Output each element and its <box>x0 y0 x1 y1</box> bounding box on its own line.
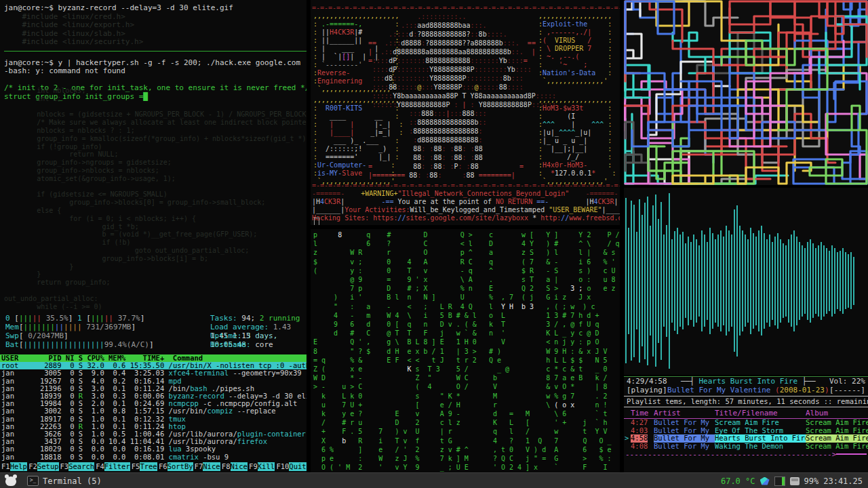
terminal-cursor <box>314 218 319 225</box>
window-cmatrix[interactable]: p 8 q # D Q > c w [ Y ] Y 2 P /l 6 ? C <… <box>311 229 620 472</box>
taskbar-window-label: Terminal (5) <box>43 476 102 486</box>
playlist-column-header[interactable]: Album <box>806 409 828 418</box>
fnkey-setup[interactable]: Setup <box>37 462 59 471</box>
taskbar: >_ Terminal (5) 67.0 °C 99% 23:41.25 <box>0 472 868 488</box>
track-date: 2008-01-23 <box>780 386 825 394</box>
player-state: [playing] <box>627 386 667 394</box>
window-music-player[interactable]: 4:29/4:58 ──┤ Hearts Burst Into Fire ├──… <box>624 376 868 473</box>
list-item[interactable]: 4:27Bullet For MyScream Aim FireScream A… <box>624 419 868 427</box>
track-elapsed-total: 4:29/4:58 <box>627 377 667 386</box>
fnkey-label: F1 <box>0 462 10 471</box>
fnkey-help[interactable]: Help <box>10 462 28 471</box>
table-row[interactable]: jan 18818 0 S 0.0 0.0 0:08.01 cmatrix -b… <box>0 453 307 461</box>
fnkey-label: F10 <box>275 462 289 471</box>
touchpad-icon[interactable] <box>790 477 800 485</box>
track-artist-wrap: Bullet For My Valentine (2008-01-23) <box>667 386 829 394</box>
track-title: Hearts Burst Into Fire <box>698 377 797 386</box>
title-deco-right: ├── <box>797 377 816 386</box>
fnkey-label: F2 <box>27 462 37 471</box>
player-status-line2: [playing] Bullet For My Valentine (2008-… <box>624 386 868 394</box>
player-status-line1: 4:29/4:58 ──┤ Hearts Burst Into Fire ├──… <box>624 377 868 386</box>
desktop: jan@core:~$ byzanz-record --delay=3 -d 3… <box>0 0 868 488</box>
htop-meter-line: Mem[||||||||||||| 731/3697MB]Load averag… <box>0 323 307 331</box>
taskbar-window-button[interactable]: >_ Terminal (5) <box>23 475 106 487</box>
fnkey-label: F3 <box>59 462 69 471</box>
playlist-column-header[interactable]: Artist <box>654 409 681 418</box>
playlist-rows: 4:27Bullet For MyScream Aim FireScream A… <box>624 419 868 450</box>
fnkey-label: F7 <box>193 462 203 471</box>
fnkey-label: F5 <box>130 462 140 471</box>
fnkey-label: F8 <box>220 462 231 471</box>
process-table: USER PID NI S CPU% MEM% TIME+ Commandroo… <box>0 354 307 461</box>
fnkey-quit[interactable]: Quit <box>289 462 307 471</box>
tray-app-icon[interactable] <box>760 477 770 485</box>
list-item[interactable]: >4:58Bullet For MyHearts Burst Into Fire… <box>624 434 868 443</box>
track-artist: Bullet For My Valentine <box>667 386 770 394</box>
list-item[interactable]: 4:08Bullet For MyWaking The DemonScream … <box>624 443 868 451</box>
date-paren-open: ( <box>770 386 779 394</box>
ascii-warning-text: -======- +WARNING+"Illegal_Network_Conne… <box>312 190 620 222</box>
terminal-icon: >_ <box>27 476 39 486</box>
ascii-mask: .:::::::::.. .:::aad8888888baa:::. .::::… <box>368 12 556 180</box>
fnkey-kill[interactable]: Kill <box>258 462 275 471</box>
volume-label: Vol: 22% <box>829 377 865 386</box>
progress-solid <box>836 453 867 455</box>
fnkey-label: F6 <box>157 462 167 471</box>
progress-arrow-icon: > <box>832 450 837 459</box>
battery-percent: 99% <box>804 476 819 486</box>
window-pipes-screensaver[interactable] <box>624 0 868 185</box>
fnkey-nice-+[interactable]: Nice + <box>231 462 248 471</box>
track-title-wrap: ──┤ Hearts Burst Into Fire ├── <box>681 377 816 386</box>
window-ascii-art[interactable]: =-=-=-=-=-=-=-=-=-=-=-=-=-=-=-=-=-=-=-=-… <box>311 0 620 225</box>
playlist-header: TimeArtistTitle/FilenameAlbum <box>624 409 868 419</box>
visualizer-bars <box>625 188 867 373</box>
htop-meter-line: 0 [||||| 35.5%] 1 [||||| 37.7%]Tasks: 94… <box>0 314 307 323</box>
fnkey-search[interactable]: Search <box>68 462 94 471</box>
progress-dashes: ----------------------------------------… <box>625 450 832 459</box>
window-left-terminal[interactable]: jan@core:~$ byzanz-record --delay=3 -d 3… <box>0 0 307 472</box>
htop-meters: 0 [||||| 35.5%] 1 [||||| 37.7%]Tasks: 94… <box>0 314 307 349</box>
fnkey-label: F4 <box>94 462 104 471</box>
playlist-summary: Playlist tems, length: 57 minutes, 11 se… <box>624 396 868 407</box>
clock[interactable]: 23:41.25 <box>823 476 863 486</box>
battery-icon[interactable] <box>774 476 785 486</box>
fnkey-sortby[interactable]: SortBy <box>167 462 193 471</box>
playlist-progress-bar[interactable]: ----------------------------------------… <box>624 450 868 458</box>
repeat-flags: [------] <box>829 386 865 394</box>
playlist-column-header[interactable]: Time <box>631 409 649 418</box>
playlist-column-header[interactable]: Title/Filename <box>715 409 778 418</box>
htop-meter-line: Swp[ 0/2047MB]Uptime: 3 days, 10:05:48 <box>0 331 307 340</box>
fnkey-tree[interactable]: Tree <box>140 462 157 471</box>
ascii-separator-top: =-=-=-=-=-=-=-=-=-=-=-=-=-=-=-=-=-=-=-=-… <box>312 4 620 12</box>
xfce-menu-icon[interactable] <box>5 476 16 486</box>
date-paren-close: ) <box>825 386 829 394</box>
system-tray: 67.0 °C 99% 23:41.25 <box>721 476 868 486</box>
matrix-rain: p 8 q # D Q > c w [ Y ] Y 2 P /l 6 ? C <… <box>313 230 620 472</box>
taskbar-left: >_ Terminal (5) <box>0 475 106 487</box>
ghost-kernel-code: int nblocks; int i; nblocks = (gidsetsiz… <box>4 87 307 310</box>
cpu-temperature: 67.0 °C <box>721 476 755 486</box>
pipes-drawing <box>624 0 868 185</box>
fnkey-filter[interactable]: Filter <box>104 462 130 471</box>
htop-function-bar: F1HelpF2SetupF3SearchF4FilterF5TreeF6Sor… <box>0 462 307 471</box>
title-deco-left: ──┤ <box>681 377 699 386</box>
htop-monitor: 0 [||||| 35.5%] 1 [||||| 37.7%]Tasks: 94… <box>0 314 307 472</box>
fnkey-label: F9 <box>248 462 258 471</box>
htop-meter-line: Bat[||||||||||||||||||99.4%(A/C)]Hostnam… <box>0 340 307 349</box>
window-audio-visualizer[interactable] <box>624 188 868 375</box>
fnkey-nice--[interactable]: Nice - <box>203 462 220 471</box>
